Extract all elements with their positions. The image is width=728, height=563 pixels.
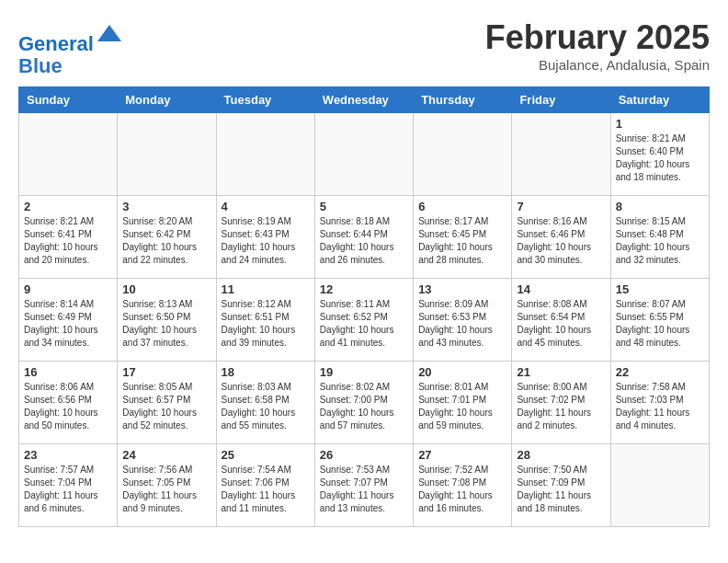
- calendar-cell: 12Sunrise: 8:11 AMSunset: 6:52 PMDayligh…: [314, 279, 413, 362]
- day-info: Sunrise: 8:02 AMSunset: 7:00 PMDaylight:…: [320, 381, 408, 432]
- day-info: Sunrise: 8:21 AMSunset: 6:41 PMDaylight:…: [24, 215, 112, 267]
- day-info: Sunrise: 7:58 AMSunset: 7:03 PMDaylight:…: [616, 381, 704, 432]
- day-number: 2: [24, 200, 112, 213]
- day-number: 13: [418, 282, 506, 296]
- day-number: 21: [517, 365, 605, 379]
- day-number: 3: [122, 200, 210, 213]
- calendar-cell: 11Sunrise: 8:12 AMSunset: 6:51 PMDayligh…: [216, 279, 314, 362]
- location-title: Bujalance, Andalusia, Spain: [485, 57, 710, 73]
- day-number: 7: [517, 200, 605, 213]
- month-title: February 2025: [485, 18, 710, 57]
- calendar-cell: [118, 113, 216, 196]
- calendar-cell: 5Sunrise: 8:18 AMSunset: 6:44 PMDaylight…: [314, 196, 413, 279]
- day-number: 4: [222, 200, 310, 213]
- day-number: 5: [320, 200, 408, 213]
- day-info: Sunrise: 8:09 AMSunset: 6:53 PMDaylight:…: [418, 298, 506, 350]
- weekday-header-thursday: Thursday: [414, 87, 512, 113]
- calendar-table: SundayMondayTuesdayWednesdayThursdayFrid…: [18, 86, 710, 527]
- calendar-cell: 28Sunrise: 7:50 AMSunset: 7:09 PMDayligh…: [512, 444, 610, 527]
- calendar-week-row: 2Sunrise: 8:21 AMSunset: 6:41 PMDaylight…: [19, 196, 710, 279]
- calendar-cell: 4Sunrise: 8:19 AMSunset: 6:43 PMDaylight…: [216, 196, 314, 279]
- weekday-header-row: SundayMondayTuesdayWednesdayThursdayFrid…: [19, 87, 710, 113]
- day-number: 17: [122, 365, 210, 379]
- day-number: 27: [418, 448, 506, 462]
- calendar-cell: 1Sunrise: 8:21 AMSunset: 6:40 PMDaylight…: [610, 113, 709, 196]
- calendar-cell: 23Sunrise: 7:57 AMSunset: 7:04 PMDayligh…: [19, 444, 118, 527]
- logo-blue: Blue: [18, 54, 63, 77]
- weekday-header-monday: Monday: [118, 87, 216, 113]
- day-info: Sunrise: 7:50 AMSunset: 7:09 PMDaylight:…: [517, 464, 605, 515]
- day-number: 24: [122, 448, 210, 462]
- day-info: Sunrise: 7:57 AMSunset: 7:04 PMDaylight:…: [24, 464, 112, 515]
- calendar-cell: 9Sunrise: 8:14 AMSunset: 6:49 PMDaylight…: [19, 279, 118, 362]
- day-info: Sunrise: 8:11 AMSunset: 6:52 PMDaylight:…: [320, 298, 408, 350]
- title-block: February 2025 Bujalance, Andalusia, Spai…: [485, 18, 710, 73]
- weekday-header-friday: Friday: [512, 87, 610, 113]
- day-number: 11: [222, 282, 310, 296]
- weekday-header-tuesday: Tuesday: [216, 87, 314, 113]
- calendar-cell: 26Sunrise: 7:53 AMSunset: 7:07 PMDayligh…: [314, 444, 413, 527]
- day-number: 8: [616, 200, 704, 213]
- calendar-cell: 27Sunrise: 7:52 AMSunset: 7:08 PMDayligh…: [414, 444, 512, 527]
- calendar-week-row: 9Sunrise: 8:14 AMSunset: 6:49 PMDaylight…: [19, 279, 710, 362]
- day-info: Sunrise: 8:01 AMSunset: 7:01 PMDaylight:…: [418, 381, 506, 432]
- logo-general: General: [18, 32, 94, 55]
- day-info: Sunrise: 8:08 AMSunset: 6:54 PMDaylight:…: [517, 298, 605, 350]
- day-info: Sunrise: 8:03 AMSunset: 6:58 PMDaylight:…: [222, 381, 310, 432]
- day-number: 28: [517, 448, 605, 462]
- day-number: 1: [616, 117, 704, 131]
- calendar-cell: [610, 444, 709, 527]
- calendar-cell: 21Sunrise: 8:00 AMSunset: 7:02 PMDayligh…: [512, 362, 610, 444]
- calendar-cell: 19Sunrise: 8:02 AMSunset: 7:00 PMDayligh…: [314, 362, 413, 444]
- day-info: Sunrise: 8:21 AMSunset: 6:40 PMDaylight:…: [616, 132, 704, 184]
- calendar-cell: 13Sunrise: 8:09 AMSunset: 6:53 PMDayligh…: [414, 279, 512, 362]
- calendar-cell: 8Sunrise: 8:15 AMSunset: 6:48 PMDaylight…: [610, 196, 709, 279]
- day-info: Sunrise: 7:53 AMSunset: 7:07 PMDaylight:…: [320, 464, 408, 515]
- calendar-cell: 7Sunrise: 8:16 AMSunset: 6:46 PMDaylight…: [512, 196, 610, 279]
- svg-marker-0: [97, 25, 121, 41]
- calendar-cell: 17Sunrise: 8:05 AMSunset: 6:57 PMDayligh…: [118, 362, 216, 444]
- day-info: Sunrise: 8:12 AMSunset: 6:51 PMDaylight:…: [222, 298, 310, 350]
- day-number: 20: [418, 365, 506, 379]
- day-info: Sunrise: 8:06 AMSunset: 6:56 PMDaylight:…: [24, 381, 112, 432]
- calendar-cell: [314, 113, 413, 196]
- calendar-cell: 3Sunrise: 8:20 AMSunset: 6:42 PMDaylight…: [118, 196, 216, 279]
- calendar-cell: 18Sunrise: 8:03 AMSunset: 6:58 PMDayligh…: [216, 362, 314, 444]
- day-number: 26: [320, 448, 408, 462]
- day-info: Sunrise: 8:15 AMSunset: 6:48 PMDaylight:…: [616, 215, 704, 267]
- calendar-cell: 22Sunrise: 7:58 AMSunset: 7:03 PMDayligh…: [610, 362, 709, 444]
- day-info: Sunrise: 8:07 AMSunset: 6:55 PMDaylight:…: [616, 298, 704, 350]
- day-info: Sunrise: 8:00 AMSunset: 7:02 PMDaylight:…: [517, 381, 605, 432]
- day-number: 12: [320, 282, 408, 296]
- day-info: Sunrise: 7:56 AMSunset: 7:05 PMDaylight:…: [122, 464, 210, 515]
- calendar-cell: [216, 113, 314, 196]
- day-number: 22: [616, 365, 704, 379]
- calendar-cell: 24Sunrise: 7:56 AMSunset: 7:05 PMDayligh…: [118, 444, 216, 527]
- calendar-cell: 6Sunrise: 8:17 AMSunset: 6:45 PMDaylight…: [414, 196, 512, 279]
- day-number: 14: [517, 282, 605, 296]
- page-header: General Blue February 2025 Bujalance, An…: [18, 18, 710, 77]
- calendar-cell: [414, 113, 512, 196]
- day-info: Sunrise: 8:19 AMSunset: 6:43 PMDaylight:…: [222, 215, 310, 267]
- day-info: Sunrise: 8:16 AMSunset: 6:46 PMDaylight:…: [517, 215, 605, 267]
- day-info: Sunrise: 8:05 AMSunset: 6:57 PMDaylight:…: [122, 381, 210, 432]
- day-number: 9: [24, 282, 112, 296]
- day-number: 10: [122, 282, 210, 296]
- weekday-header-wednesday: Wednesday: [314, 87, 413, 113]
- day-info: Sunrise: 8:17 AMSunset: 6:45 PMDaylight:…: [418, 215, 506, 267]
- calendar-cell: 25Sunrise: 7:54 AMSunset: 7:06 PMDayligh…: [216, 444, 314, 527]
- day-info: Sunrise: 8:13 AMSunset: 6:50 PMDaylight:…: [122, 298, 210, 350]
- calendar-week-row: 16Sunrise: 8:06 AMSunset: 6:56 PMDayligh…: [19, 362, 710, 444]
- calendar-week-row: 23Sunrise: 7:57 AMSunset: 7:04 PMDayligh…: [19, 444, 710, 527]
- day-info: Sunrise: 7:54 AMSunset: 7:06 PMDaylight:…: [222, 464, 310, 515]
- day-number: 19: [320, 365, 408, 379]
- calendar-week-row: 1Sunrise: 8:21 AMSunset: 6:40 PMDaylight…: [19, 113, 710, 196]
- calendar-cell: 14Sunrise: 8:08 AMSunset: 6:54 PMDayligh…: [512, 279, 610, 362]
- day-info: Sunrise: 7:52 AMSunset: 7:08 PMDaylight:…: [418, 464, 506, 515]
- day-info: Sunrise: 8:20 AMSunset: 6:42 PMDaylight:…: [122, 215, 210, 267]
- calendar-cell: 2Sunrise: 8:21 AMSunset: 6:41 PMDaylight…: [19, 196, 118, 279]
- day-number: 18: [222, 365, 310, 379]
- weekday-header-saturday: Saturday: [610, 87, 709, 113]
- day-number: 16: [24, 365, 112, 379]
- logo: General Blue: [18, 23, 123, 77]
